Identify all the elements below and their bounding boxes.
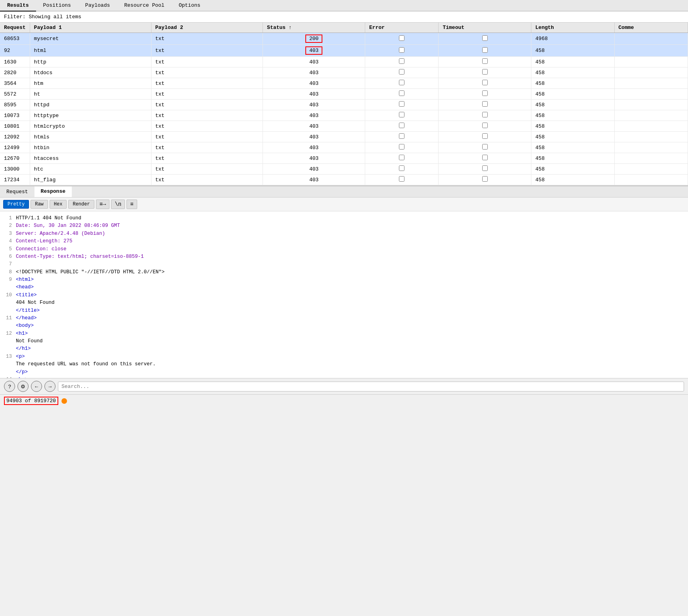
cell-length: 458 bbox=[531, 132, 615, 142]
cell-comment bbox=[614, 57, 688, 67]
resp-render-btn[interactable]: Render bbox=[68, 200, 94, 209]
col-length[interactable]: Length bbox=[531, 23, 615, 33]
table-row[interactable]: 12092htmlstxt403458 bbox=[0, 132, 688, 142]
cell-payload2: txt bbox=[151, 121, 263, 132]
tab-request[interactable]: Request bbox=[0, 186, 34, 197]
resp-raw-btn[interactable]: Raw bbox=[31, 200, 48, 209]
cell-error[interactable] bbox=[365, 164, 439, 175]
cell-payload1: mysecret bbox=[30, 33, 151, 45]
settings-button[interactable]: ⚙ bbox=[17, 381, 29, 392]
cell-timeout[interactable] bbox=[439, 142, 531, 153]
status-bar: 94903 of 8919720 bbox=[0, 394, 688, 407]
table-row[interactable]: 13000htctxt403458 bbox=[0, 164, 688, 175]
line-content: <!DOCTYPE HTML PUBLIC "-//IETF//DTD HTML… bbox=[16, 269, 684, 276]
table-row[interactable]: 2820htdocstxt403458 bbox=[0, 67, 688, 78]
tab-positions[interactable]: Positions bbox=[36, 0, 78, 11]
cell-error[interactable] bbox=[365, 121, 439, 132]
cell-comment bbox=[614, 121, 688, 132]
cell-timeout[interactable] bbox=[439, 78, 531, 89]
table-row[interactable]: 8595httpdtxt403458 bbox=[0, 100, 688, 110]
table-row[interactable]: 10073httptypetxt403458 bbox=[0, 110, 688, 121]
col-error[interactable]: Error bbox=[365, 23, 439, 33]
cell-payload1: htmlcrypto bbox=[30, 121, 151, 132]
cell-comment bbox=[614, 175, 688, 185]
line-content: </h1> bbox=[16, 345, 684, 353]
line-number bbox=[4, 322, 12, 330]
code-line: 6Content-Type: text/html; charset=iso-88… bbox=[4, 253, 684, 261]
cell-timeout[interactable] bbox=[439, 67, 531, 78]
cell-timeout[interactable] bbox=[439, 110, 531, 121]
cell-request: 13000 bbox=[0, 164, 30, 175]
cell-timeout[interactable] bbox=[439, 100, 531, 110]
table-row[interactable]: 12670htaccesstxt403458 bbox=[0, 153, 688, 164]
cell-timeout[interactable] bbox=[439, 153, 531, 164]
table-row[interactable]: 1630httptxt403458 bbox=[0, 57, 688, 67]
cell-request: 68653 bbox=[0, 33, 30, 45]
cell-error[interactable] bbox=[365, 89, 439, 100]
code-line: Not Found bbox=[4, 338, 684, 345]
cell-error[interactable] bbox=[365, 142, 439, 153]
code-line: </title> bbox=[4, 307, 684, 315]
cell-length: 458 bbox=[531, 142, 615, 153]
col-payload2[interactable]: Payload 2 bbox=[151, 23, 263, 33]
cell-error[interactable] bbox=[365, 78, 439, 89]
resp-lines-icon-btn[interactable]: ≡ bbox=[126, 200, 137, 209]
table-row[interactable]: 10801htmlcryptotxt403458 bbox=[0, 121, 688, 132]
code-line: <body> bbox=[4, 322, 684, 330]
cell-length: 458 bbox=[531, 67, 615, 78]
cell-comment bbox=[614, 142, 688, 153]
cell-payload2: txt bbox=[151, 67, 263, 78]
code-line: 5Connection: close bbox=[4, 246, 684, 253]
col-payload1[interactable]: Payload 1 bbox=[30, 23, 151, 33]
tab-response[interactable]: Response bbox=[34, 186, 72, 197]
cell-payload1: htdocs bbox=[30, 67, 151, 78]
req-res-tabs: Request Response bbox=[0, 186, 688, 198]
resp-newline-icon-btn[interactable]: \n bbox=[111, 200, 125, 209]
cell-error[interactable] bbox=[365, 45, 439, 57]
cell-timeout[interactable] bbox=[439, 164, 531, 175]
table-row[interactable]: 12499htbintxt403458 bbox=[0, 142, 688, 153]
line-content: Content-Length: 275 bbox=[16, 238, 684, 245]
cell-error[interactable] bbox=[365, 110, 439, 121]
line-content: <head> bbox=[16, 284, 684, 291]
tab-options[interactable]: Options bbox=[172, 0, 208, 11]
cell-timeout[interactable] bbox=[439, 45, 531, 57]
table-row[interactable]: 68653mysecrettxt2004968 bbox=[0, 33, 688, 45]
col-timeout[interactable]: Timeout bbox=[439, 23, 531, 33]
table-row[interactable]: 17234ht_flagtxt403458 bbox=[0, 175, 688, 185]
cell-timeout[interactable] bbox=[439, 121, 531, 132]
tab-resource-pool[interactable]: Resource Pool bbox=[117, 0, 171, 11]
table-row[interactable]: 3564htmtxt403458 bbox=[0, 78, 688, 89]
cell-length: 458 bbox=[531, 153, 615, 164]
cell-timeout[interactable] bbox=[439, 33, 531, 45]
cell-timeout[interactable] bbox=[439, 57, 531, 67]
cell-payload2: txt bbox=[151, 78, 263, 89]
line-content: Connection: close bbox=[16, 246, 684, 253]
resp-hex-btn[interactable]: Hex bbox=[50, 200, 67, 209]
col-comments[interactable]: Comme bbox=[614, 23, 688, 33]
cell-error[interactable] bbox=[365, 33, 439, 45]
col-status[interactable]: Status ↑ bbox=[263, 23, 365, 33]
forward-icon: → bbox=[48, 384, 53, 390]
help-button[interactable]: ? bbox=[4, 381, 15, 392]
table-row[interactable]: 92htmltxt403458 bbox=[0, 45, 688, 57]
table-row[interactable]: 5572httxt403458 bbox=[0, 89, 688, 100]
resp-pretty-btn[interactable]: Pretty bbox=[3, 200, 29, 209]
cell-timeout[interactable] bbox=[439, 132, 531, 142]
cell-error[interactable] bbox=[365, 153, 439, 164]
tab-payloads[interactable]: Payloads bbox=[78, 0, 117, 11]
cell-error[interactable] bbox=[365, 57, 439, 67]
forward-button[interactable]: → bbox=[44, 381, 56, 392]
resp-filter-icon-btn[interactable]: ≡→ bbox=[96, 200, 110, 209]
cell-error[interactable] bbox=[365, 132, 439, 142]
tab-results[interactable]: Results bbox=[0, 0, 36, 12]
line-number bbox=[4, 345, 12, 353]
search-input[interactable] bbox=[58, 382, 684, 391]
cell-timeout[interactable] bbox=[439, 89, 531, 100]
cell-error[interactable] bbox=[365, 175, 439, 185]
cell-error[interactable] bbox=[365, 100, 439, 110]
cell-error[interactable] bbox=[365, 67, 439, 78]
back-button[interactable]: ← bbox=[31, 381, 42, 392]
col-request[interactable]: Request bbox=[0, 23, 30, 33]
cell-timeout[interactable] bbox=[439, 175, 531, 185]
